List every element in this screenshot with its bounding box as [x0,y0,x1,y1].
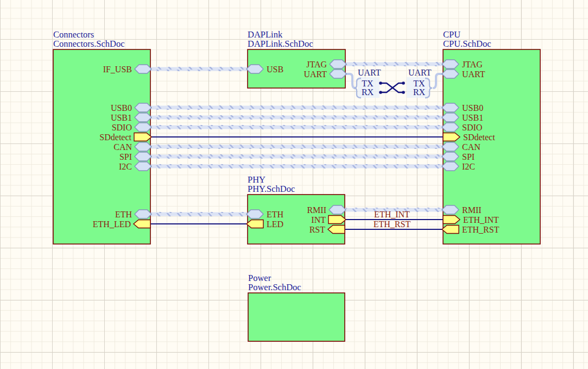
schematic-canvas[interactable]: ConnectorsConnectors.SchDocDAPLinkDAPLin… [0,0,588,369]
port-label: SPI [119,152,132,161]
port-cpu-sddetect[interactable]: SDdetect [443,133,495,142]
bus-hatch [151,105,442,110]
sheet-doc-daplink: DAPLink.SchDoc [248,39,313,49]
harness-port-icon [135,210,151,218]
harness-port-icon [442,162,459,171]
port-cpu-eth_rst[interactable]: ETH_RST [442,225,500,234]
port-label: ETH [115,210,132,219]
sheet-symbol-power[interactable] [248,293,345,341]
junction-dot [402,82,405,85]
harness-port-icon [135,142,151,151]
bus-hatch [151,115,442,120]
harness-signal-tx-left: TX [362,79,374,88]
port-label: I2C [119,162,132,171]
port-label: RMII [307,205,326,215]
port-cpu-jtag[interactable]: JTAG [442,60,483,69]
port-cpu-uart[interactable]: UART [442,70,485,79]
harness-port-icon [442,123,459,132]
port-label: JTAG [306,60,327,69]
port-label: INT [311,215,326,224]
schematic-svg: ConnectorsConnectors.SchDocDAPLinkDAPLin… [0,0,588,369]
harness-title-right: UART [408,68,432,77]
harness-port-icon [330,70,346,78]
harness-signal-tx-right: TX [413,79,425,88]
port-label: ETH_INT [463,215,499,224]
bus-usb1[interactable] [151,115,442,120]
harness-signal-rx-right: RX [413,87,426,97]
sheet-doc-power: Power.SchDoc [248,282,301,292]
port-label: ETH_LED [93,220,131,229]
bus-hatch [151,212,247,216]
harness-port-icon [246,65,263,73]
harness-port-icon [330,60,346,68]
port-daplink-uart[interactable]: UART [304,70,346,79]
port-label: UART [462,70,485,79]
uart-harness-wire-right[interactable] [434,74,442,88]
uart-tx-rx-crossover-wires[interactable] [381,83,403,92]
bus-sdio[interactable] [151,125,442,129]
harness-port-icon [442,60,459,68]
port-phy-int[interactable]: INT [311,215,346,224]
port-connectors-usb1[interactable]: USB1 [111,113,151,122]
port-label: USB1 [462,113,483,122]
port-label: LED [267,220,283,229]
port-connectors-usb0[interactable]: USB0 [111,103,151,112]
port-label: ETH [267,210,284,219]
harness-port-icon [135,65,151,73]
harness-port-icon [442,70,459,78]
bus-can[interactable] [151,145,442,149]
port-label: ETH_RST [462,225,500,234]
bus-spi[interactable] [151,154,442,159]
port-label: SDIO [112,123,132,132]
port-label: IF_USB [103,65,132,74]
bus-hatch [151,154,442,159]
bus-hatch [151,164,442,168]
junction-dot [379,82,382,85]
net-label-eth-rst[interactable]: ETH_RST [374,220,411,229]
port-cpu-eth_int[interactable]: ETH_INT [443,215,499,224]
harness-port-icon [135,123,151,132]
port-label: USB [267,65,283,74]
bus-hatch [346,62,442,66]
port-label: SDIO [462,123,482,132]
port-label: CAN [462,142,480,152]
port-cpu-usb0[interactable]: USB0 [442,103,483,112]
net-label-eth-int[interactable]: ETH_INT [374,210,410,219]
port-label: SDdetect [463,133,495,142]
port-connectors-eth_led[interactable]: ETH_LED [93,220,150,229]
bus-jtag[interactable] [346,62,442,66]
harness-port-icon [135,103,151,112]
bus-eth[interactable] [151,212,247,216]
junction-dot [402,91,405,94]
port-connectors-sddetect[interactable]: SDdetect [99,133,151,142]
harness-port-icon [442,205,459,214]
port-label: RST [309,225,326,234]
port-cpu-usb1[interactable]: USB1 [442,113,483,122]
port-label: USB0 [462,103,483,112]
bus-i2c[interactable] [151,164,442,168]
bus-hatch [151,145,442,149]
port-connectors-sdio[interactable]: SDIO [112,123,151,132]
harness-port-icon [442,113,459,122]
harness-title-left: UART [358,68,381,77]
bus-usb[interactable] [151,67,247,71]
sheet-doc-phy: PHY.SchDoc [248,184,295,194]
port-connectors-if_usb[interactable]: IF_USB [103,65,151,74]
port-label: USB0 [111,103,132,112]
harness-port-icon [135,152,151,161]
port-label: I2C [462,162,475,171]
port-label: JTAG [462,60,483,69]
port-label: CAN [113,142,132,152]
port-label: USB1 [111,113,132,122]
harness-port-icon [442,103,459,112]
uart-harness-link: UART UART TX RX TX RX [346,68,442,98]
uart-harness-wire-left[interactable] [346,74,355,88]
port-daplink-jtag[interactable]: JTAG [306,60,346,69]
bus-usb0[interactable] [151,105,442,110]
harness-signal-rx-left: RX [362,87,374,97]
harness-port-icon [442,142,459,151]
port-cpu-rmii[interactable]: RMII [442,205,482,215]
harness-port-icon [329,205,346,214]
port-cpu-sdio[interactable]: SDIO [442,123,482,132]
harness-port-icon [135,162,151,171]
